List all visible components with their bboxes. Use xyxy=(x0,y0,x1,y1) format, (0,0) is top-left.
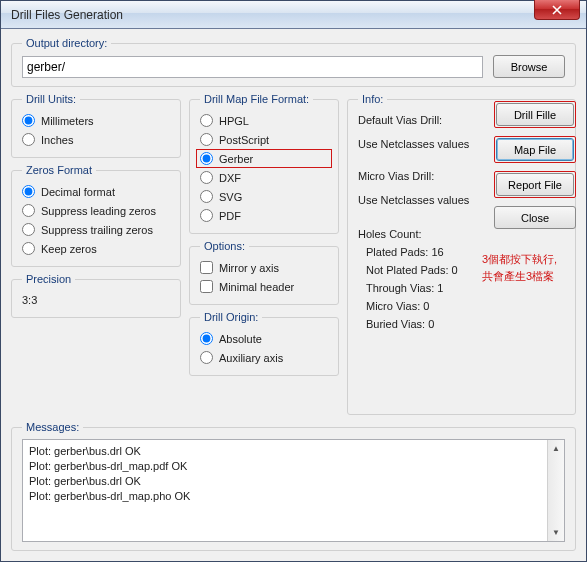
radio-postscript-input[interactable] xyxy=(200,133,213,146)
close-button[interactable]: Close xyxy=(494,206,576,229)
output-directory-legend: Output directory: xyxy=(22,37,111,49)
radio-auxiliary[interactable]: Auxiliary axis xyxy=(200,348,328,367)
radio-hpgl-label: HPGL xyxy=(219,115,249,127)
window-title: Drill Files Generation xyxy=(11,8,123,22)
check-mirror-label: Mirror y axis xyxy=(219,262,279,274)
radio-gerber-label: Gerber xyxy=(219,153,253,165)
radio-svg-label: SVG xyxy=(219,191,242,203)
drill-units-legend: Drill Units: xyxy=(22,93,80,105)
precision-group: Precision 3:3 xyxy=(11,273,181,318)
radio-keep-zeros-label: Keep zeros xyxy=(41,243,97,255)
radio-hpgl-input[interactable] xyxy=(200,114,213,127)
map-file-button[interactable]: Map File xyxy=(496,138,574,161)
check-minimal-header-input[interactable] xyxy=(200,280,213,293)
window-close-button[interactable] xyxy=(534,0,580,20)
radio-postscript-label: PostScript xyxy=(219,134,269,146)
drill-origin-legend: Drill Origin: xyxy=(200,311,262,323)
radio-dxf-label: DXF xyxy=(219,172,241,184)
scroll-down-icon[interactable]: ▼ xyxy=(548,524,564,541)
radio-gerber[interactable]: Gerber xyxy=(196,149,332,168)
output-directory-group: Output directory: Browse xyxy=(11,37,576,87)
radio-suppress-trailing-input[interactable] xyxy=(22,223,35,236)
radio-dxf[interactable]: DXF xyxy=(200,168,328,187)
action-button-column: Drill Fille Map File Report File Close xyxy=(494,101,576,229)
highlight-report-button: Report File xyxy=(494,171,576,198)
radio-absolute[interactable]: Absolute xyxy=(200,329,328,348)
radio-dxf-input[interactable] xyxy=(200,171,213,184)
column-right: Info: Default Vias Drill: Use Netclasses… xyxy=(347,93,576,415)
messages-scrollbar[interactable]: ▲ ▼ xyxy=(547,440,564,541)
radio-decimal[interactable]: Decimal format xyxy=(22,182,170,201)
middle-columns: Drill Units: Millimeters Inches Zeros Fo… xyxy=(11,93,576,415)
precision-value: 3:3 xyxy=(22,291,170,309)
annotation-text: 3個都按下執行, 共會產生3檔案 xyxy=(482,251,572,284)
scroll-up-icon[interactable]: ▲ xyxy=(548,440,564,457)
annotation-line2: 共會產生3檔案 xyxy=(482,270,554,282)
radio-suppress-trailing[interactable]: Suppress trailing zeros xyxy=(22,220,170,239)
zeros-format-legend: Zeros Format xyxy=(22,164,96,176)
drill-origin-group: Drill Origin: Absolute Auxiliary axis xyxy=(189,311,339,376)
radio-pdf[interactable]: PDF xyxy=(200,206,328,225)
check-mirror-input[interactable] xyxy=(200,261,213,274)
radio-decimal-input[interactable] xyxy=(22,185,35,198)
radio-inches-label: Inches xyxy=(41,134,73,146)
highlight-drill-button: Drill Fille xyxy=(494,101,576,128)
info-micro-vias-count: Micro Vias: 0 xyxy=(358,297,565,315)
highlight-map-button: Map File xyxy=(494,136,576,163)
browse-button[interactable]: Browse xyxy=(493,55,565,78)
check-minimal-header[interactable]: Minimal header xyxy=(200,277,328,296)
precision-legend: Precision xyxy=(22,273,75,285)
messages-group: Messages: Plot: gerber\bus.drl OK Plot: … xyxy=(11,421,576,551)
radio-inches-input[interactable] xyxy=(22,133,35,146)
info-group: Info: Default Vias Drill: Use Netclasses… xyxy=(347,93,576,415)
radio-hpgl[interactable]: HPGL xyxy=(200,111,328,130)
radio-absolute-label: Absolute xyxy=(219,333,262,345)
info-legend: Info: xyxy=(358,93,387,105)
radio-postscript[interactable]: PostScript xyxy=(200,130,328,149)
radio-suppress-leading[interactable]: Suppress leading zeros xyxy=(22,201,170,220)
radio-keep-zeros-input[interactable] xyxy=(22,242,35,255)
titlebar: Drill Files Generation xyxy=(1,1,586,29)
annotation-line1: 3個都按下執行, xyxy=(482,253,557,265)
column-middle: Drill Map File Format: HPGL PostScript G… xyxy=(189,93,339,415)
check-minimal-header-label: Minimal header xyxy=(219,281,294,293)
check-mirror[interactable]: Mirror y axis xyxy=(200,258,328,277)
column-left: Drill Units: Millimeters Inches Zeros Fo… xyxy=(11,93,181,415)
drill-units-group: Drill Units: Millimeters Inches xyxy=(11,93,181,158)
radio-pdf-label: PDF xyxy=(219,210,241,222)
radio-suppress-leading-label: Suppress leading zeros xyxy=(41,205,156,217)
radio-gerber-input[interactable] xyxy=(200,152,213,165)
radio-auxiliary-label: Auxiliary axis xyxy=(219,352,283,364)
info-buried-vias: Buried Vias: 0 xyxy=(358,315,565,333)
radio-millimeters-label: Millimeters xyxy=(41,115,94,127)
output-directory-input[interactable] xyxy=(22,56,483,78)
dialog-window: Drill Files Generation Output directory:… xyxy=(0,0,587,562)
radio-svg-input[interactable] xyxy=(200,190,213,203)
messages-text[interactable]: Plot: gerber\bus.drl OK Plot: gerber\bus… xyxy=(23,440,547,541)
radio-decimal-label: Decimal format xyxy=(41,186,115,198)
radio-pdf-input[interactable] xyxy=(200,209,213,222)
drill-file-button[interactable]: Drill Fille xyxy=(496,103,574,126)
map-format-legend: Drill Map File Format: xyxy=(200,93,313,105)
close-icon xyxy=(552,5,562,15)
radio-svg[interactable]: SVG xyxy=(200,187,328,206)
radio-auxiliary-input[interactable] xyxy=(200,351,213,364)
zeros-format-group: Zeros Format Decimal format Suppress lea… xyxy=(11,164,181,267)
radio-suppress-trailing-label: Suppress trailing zeros xyxy=(41,224,153,236)
dialog-content: Output directory: Browse Drill Units: Mi… xyxy=(1,29,586,561)
radio-millimeters[interactable]: Millimeters xyxy=(22,111,170,130)
options-legend: Options: xyxy=(200,240,249,252)
radio-millimeters-input[interactable] xyxy=(22,114,35,127)
report-file-button[interactable]: Report File xyxy=(496,173,574,196)
options-group: Options: Mirror y axis Minimal header xyxy=(189,240,339,305)
messages-box: Plot: gerber\bus.drl OK Plot: gerber\bus… xyxy=(22,439,565,542)
messages-legend: Messages: xyxy=(22,421,83,433)
map-format-group: Drill Map File Format: HPGL PostScript G… xyxy=(189,93,339,234)
radio-suppress-leading-input[interactable] xyxy=(22,204,35,217)
radio-inches[interactable]: Inches xyxy=(22,130,170,149)
radio-absolute-input[interactable] xyxy=(200,332,213,345)
radio-keep-zeros[interactable]: Keep zeros xyxy=(22,239,170,258)
